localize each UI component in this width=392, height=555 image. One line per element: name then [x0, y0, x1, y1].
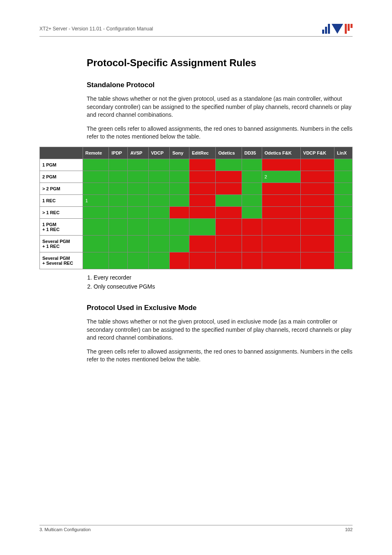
allowed-cell	[334, 159, 353, 171]
allowed-cell	[242, 206, 262, 218]
allowed-cell	[334, 252, 353, 269]
section2-p1: The table shows whether or not the given…	[87, 318, 353, 342]
allowed-cell	[83, 206, 109, 218]
allowed-cell	[242, 159, 262, 171]
banned-cell	[189, 183, 215, 194]
column-header: Odetics	[216, 147, 242, 159]
banned-cell	[262, 159, 300, 171]
column-header: Remote	[83, 147, 109, 159]
column-header: Sony	[170, 147, 189, 159]
allowed-cell	[148, 218, 170, 235]
banned-cell	[300, 235, 334, 252]
page-footer: 3. Multicam Configuration 102	[39, 525, 353, 532]
protocol-table: RemoteIPDPAVSPVDCPSonyEditRecOdeticsDD35…	[39, 147, 353, 269]
allowed-cell	[83, 252, 109, 269]
allowed-cell	[83, 218, 109, 235]
allowed-cell	[334, 194, 353, 206]
table-corner	[40, 147, 83, 159]
page-title: Protocol-Specific Assignment Rules	[87, 57, 353, 69]
section1-p1: The table shows whether or not the given…	[87, 95, 353, 119]
banned-cell	[300, 183, 334, 194]
column-header: AVSP	[128, 147, 148, 159]
banned-cell	[189, 171, 215, 183]
banned-cell	[189, 235, 215, 252]
banned-cell	[189, 206, 215, 218]
row-label: 1 PGM+ 1 REC	[40, 218, 83, 235]
table-row: > 1 REC	[40, 206, 353, 218]
allowed-cell	[148, 252, 170, 269]
banned-cell	[242, 235, 262, 252]
allowed-cell	[148, 183, 170, 194]
row-label: > 2 PGM	[40, 183, 83, 194]
banned-cell	[242, 218, 262, 235]
allowed-cell	[109, 206, 128, 218]
allowed-cell	[334, 183, 353, 194]
allowed-cell: 2	[262, 171, 300, 183]
row-label: > 1 REC	[40, 206, 83, 218]
allowed-cell	[242, 183, 262, 194]
banned-cell	[216, 252, 242, 269]
column-header: Odetics F&K	[262, 147, 300, 159]
column-header: VDCP F&K	[300, 147, 334, 159]
banned-cell	[216, 235, 242, 252]
allowed-cell	[109, 171, 128, 183]
evs-logo	[322, 24, 353, 34]
allowed-cell	[242, 171, 262, 183]
allowed-cell	[148, 194, 170, 206]
allowed-cell	[83, 183, 109, 194]
row-label: 2 PGM	[40, 171, 83, 183]
table-row: 1 PGM	[40, 159, 353, 171]
allowed-cell	[128, 171, 148, 183]
doc-title: XT2+ Server - Version 11.01 - Configurat…	[39, 26, 153, 32]
banned-cell	[216, 218, 242, 235]
banned-cell	[300, 206, 334, 218]
allowed-cell	[83, 235, 109, 252]
row-label: 1 REC	[40, 194, 83, 206]
banned-cell	[216, 183, 242, 194]
allowed-cell	[216, 194, 242, 206]
allowed-cell	[189, 218, 215, 235]
table-row: 1 REC1	[40, 194, 353, 206]
allowed-cell	[83, 171, 109, 183]
allowed-cell	[148, 235, 170, 252]
allowed-cell	[109, 235, 128, 252]
banned-cell	[300, 218, 334, 235]
note-item: Only consecutive PGMs	[94, 283, 353, 290]
table-notes: Every recorderOnly consecutive PGMs	[87, 274, 353, 290]
page-header: XT2+ Server - Version 11.01 - Configurat…	[39, 24, 353, 37]
allowed-cell	[334, 218, 353, 235]
footer-left: 3. Multicam Configuration	[39, 527, 91, 532]
banned-cell	[189, 252, 215, 269]
banned-cell	[262, 183, 300, 194]
allowed-cell	[128, 159, 148, 171]
allowed-cell	[334, 171, 353, 183]
section1-heading: Standalone Protocol	[87, 81, 353, 89]
banned-cell	[300, 252, 334, 269]
banned-cell	[300, 194, 334, 206]
allowed-cell	[128, 218, 148, 235]
banned-cell	[262, 235, 300, 252]
allowed-cell	[83, 159, 109, 171]
allowed-cell	[334, 206, 353, 218]
banned-cell	[262, 206, 300, 218]
allowed-cell	[148, 159, 170, 171]
banned-cell	[170, 206, 189, 218]
banned-cell	[262, 194, 300, 206]
column-header: EditRec	[189, 147, 215, 159]
section1-p2: The green cells refer to allowed assignm…	[87, 125, 353, 141]
allowed-cell	[109, 218, 128, 235]
banned-cell	[216, 171, 242, 183]
allowed-cell	[109, 194, 128, 206]
table-row: 1 PGM+ 1 REC	[40, 218, 353, 235]
allowed-cell	[148, 171, 170, 183]
banned-cell	[242, 252, 262, 269]
section2-p2: The green cells refer to allowed assignm…	[87, 348, 353, 364]
footer-right: 102	[345, 527, 353, 532]
allowed-cell	[128, 206, 148, 218]
column-header: LinX	[334, 147, 353, 159]
banned-cell	[300, 159, 334, 171]
row-label: Several PGM+ 1 REC	[40, 235, 83, 252]
allowed-cell	[128, 183, 148, 194]
section2-heading: Protocol Used in Exclusive Mode	[87, 304, 353, 312]
allowed-cell	[242, 194, 262, 206]
